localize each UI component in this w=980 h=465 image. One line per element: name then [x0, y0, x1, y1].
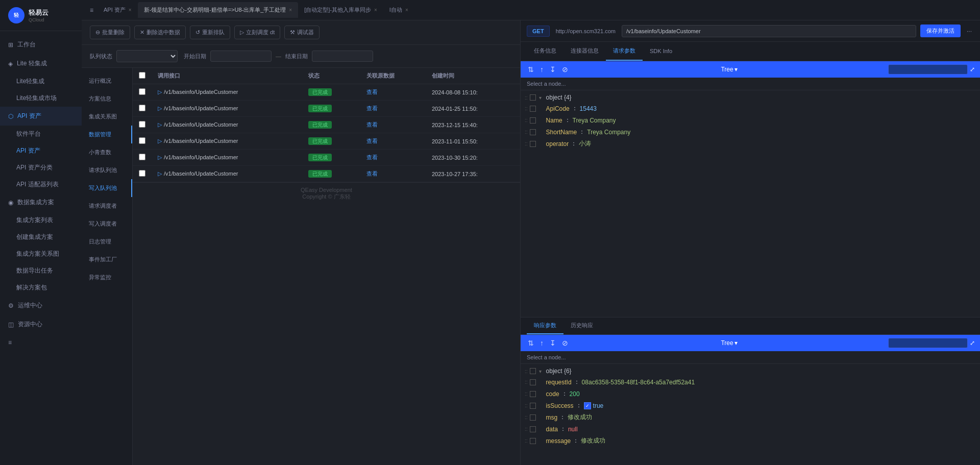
tab-sdk-info[interactable]: SDK Info	[643, 43, 679, 60]
row-checkbox-4[interactable]	[139, 154, 145, 160]
node-checkbox-1[interactable]	[530, 117, 536, 124]
resp-node-checkbox-2[interactable]	[530, 403, 536, 409]
tab-auto-close[interactable]: ×	[374, 7, 377, 13]
tab-new[interactable]: 新-领是结算中心-交易明细-赔偿单=>U8-出库单_手工处理 ×	[138, 2, 299, 18]
sidebar-item-resource[interactable]: ◫ 资源中心	[0, 315, 82, 334]
sidebar-item-software[interactable]: 软件平台	[0, 126, 82, 142]
node-checkbox-3[interactable]	[530, 141, 536, 147]
row-related-5[interactable]: 查看	[360, 166, 426, 182]
resp-node-checkbox-4[interactable]	[530, 426, 536, 432]
menu-write-queue[interactable]: 写入队列池	[82, 179, 132, 197]
sidebar-item-bottom[interactable]: ≡	[0, 334, 82, 351]
url-path-input[interactable]	[622, 25, 916, 37]
row-related-1[interactable]: 查看	[360, 101, 426, 117]
resp-tree-search-input[interactable]	[888, 338, 968, 348]
row-checkbox-2[interactable]	[139, 121, 145, 128]
req-tree-node-0[interactable]: :: ApiCode ： 15443	[521, 103, 980, 114]
resp-root-node[interactable]: :: ▾ object {6}	[521, 366, 980, 376]
menu-integration-map[interactable]: 集成关系图	[82, 108, 132, 126]
tab-response-params[interactable]: 响应参数	[527, 317, 564, 334]
tab-auto2-close[interactable]: ×	[405, 7, 408, 13]
menu-data-mgmt[interactable]: 数据管理	[82, 126, 132, 143]
row-checkbox-3[interactable]	[139, 137, 145, 144]
root-expand[interactable]: ▾	[539, 95, 544, 101]
resp-root-expand[interactable]: ▾	[539, 369, 544, 374]
requeue-btn[interactable]: ↺ 重新排队	[190, 26, 230, 39]
sidebar-item-api-category[interactable]: API 资产分类	[0, 159, 82, 176]
tree-expand-icon[interactable]: ⤢	[970, 66, 975, 73]
resp-tree-node-0[interactable]: :: requestId ： 08ac6358-5358-48f1-8c64-a…	[521, 376, 980, 388]
collapse-all-btn[interactable]: ⇅	[526, 64, 536, 75]
tab-request-params[interactable]: 请求参数	[606, 42, 643, 61]
root-checkbox[interactable]	[530, 94, 536, 101]
hamburger-icon[interactable]: ≡	[86, 3, 97, 18]
expand-all-btn[interactable]: ↑	[538, 64, 546, 75]
sidebar-item-ops[interactable]: ⚙ 运维中心	[0, 296, 82, 315]
menu-log-mgmt[interactable]: 日志管理	[82, 233, 132, 251]
resp-sort-btn[interactable]: ↧	[548, 338, 558, 348]
resp-root-checkbox[interactable]	[530, 368, 536, 374]
sidebar-item-solution-pkg[interactable]: 解决方案包	[0, 279, 82, 296]
batch-delete-btn[interactable]: ⊖ 批量删除	[90, 26, 130, 39]
tab-history-response[interactable]: 历史响应	[564, 317, 600, 334]
menu-request-scheduler[interactable]: 请求调度者	[82, 197, 132, 215]
sidebar-item-data-export[interactable]: 数据导出任务	[0, 262, 82, 279]
tab-new-close[interactable]: ×	[289, 7, 292, 13]
sidebar-item-lite[interactable]: ◈ Lite 轻集成	[0, 54, 82, 73]
resp-node-checkbox-3[interactable]	[530, 414, 536, 421]
resp-node-checkbox-5[interactable]	[530, 438, 536, 444]
row-checkbox-5[interactable]	[139, 170, 145, 177]
menu-event-factory[interactable]: 事件加工厂	[82, 251, 132, 268]
tree-search-input[interactable]	[888, 64, 968, 75]
filter-btn[interactable]: ⊘	[560, 64, 570, 75]
req-tree-node-2[interactable]: :: ShortName ： Treya Company	[521, 126, 980, 138]
sort-btn[interactable]: ↧	[548, 64, 558, 75]
req-tree-node-3[interactable]: :: operator ： 小涛	[521, 138, 980, 150]
tab-api-assets-close[interactable]: ×	[129, 7, 132, 13]
queue-status-select[interactable]	[116, 50, 178, 62]
debug-btn[interactable]: ⚒ 调试器	[284, 26, 320, 39]
row-checkbox-1[interactable]	[139, 105, 145, 111]
sidebar-item-scheme-relation[interactable]: 集成方案关系图	[0, 246, 82, 262]
tab-auto2[interactable]: I自动 ×	[383, 2, 414, 18]
tab-connector-info[interactable]: 连接器信息	[564, 42, 606, 61]
req-tree-node-1[interactable]: :: Name ： Treya Company	[521, 114, 980, 126]
resp-collapse-btn[interactable]: ⇅	[526, 338, 536, 348]
menu-anomaly-monitor[interactable]: 异常监控	[82, 268, 132, 286]
row-related-4[interactable]: 查看	[360, 150, 426, 166]
menu-xiao-qing[interactable]: 小青查数	[82, 143, 132, 161]
resp-node-checkbox-1[interactable]	[530, 391, 536, 397]
menu-solution-info[interactable]: 方案信息	[82, 90, 132, 108]
row-related-2[interactable]: 查看	[360, 117, 426, 133]
select-all-checkbox[interactable]	[139, 72, 145, 79]
row-checkbox-0[interactable]	[139, 88, 145, 95]
resp-node-checkbox-0[interactable]	[530, 379, 536, 385]
resp-tree-node-4[interactable]: :: data ： null	[521, 423, 980, 435]
sidebar-item-data-integration[interactable]: ◉ 数据集成方案	[0, 193, 82, 212]
resp-tree-node-2[interactable]: :: isSuccess ： true	[521, 400, 980, 411]
start-date-input[interactable]	[210, 51, 272, 62]
schedule-btn[interactable]: ▷ 立刻调度 dt	[234, 26, 280, 39]
sidebar-item-workbench[interactable]: ⊞ 工作台	[0, 35, 82, 54]
end-date-input[interactable]	[312, 51, 373, 62]
resp-tree-node-5[interactable]: :: message ： 修改成功	[521, 435, 980, 447]
delete-selected-btn[interactable]: ✕ 删除选中数据	[134, 26, 186, 39]
node-checkbox-2[interactable]	[530, 129, 536, 135]
row-related-0[interactable]: 查看	[360, 84, 426, 101]
tree-root-node[interactable]: :: ▾ object {4}	[521, 92, 980, 103]
sidebar-item-lite-sub1[interactable]: Lite轻集成	[0, 73, 82, 90]
menu-write-scheduler[interactable]: 写入调度者	[82, 215, 132, 233]
tab-task-info[interactable]: 任务信息	[527, 42, 564, 61]
more-options-btn[interactable]: ···	[965, 26, 974, 37]
resp-filter-btn[interactable]: ⊘	[560, 338, 570, 348]
resp-tree-node-3[interactable]: :: msg ： 修改成功	[521, 411, 980, 423]
resp-expand-btn[interactable]: ↑	[538, 338, 546, 348]
sidebar-item-api-resource[interactable]: API 资产	[0, 142, 82, 159]
sidebar-item-lite-sub2[interactable]: Lite轻集成市场	[0, 90, 82, 107]
tab-api-assets[interactable]: API 资产 ×	[97, 2, 138, 18]
sidebar-item-scheme-list[interactable]: 集成方案列表	[0, 212, 82, 229]
node-checkbox-0[interactable]	[530, 106, 536, 112]
sidebar-item-create-scheme[interactable]: 创建集成方案	[0, 229, 82, 246]
row-related-3[interactable]: 查看	[360, 133, 426, 150]
menu-request-queue[interactable]: 请求队列池	[82, 161, 132, 179]
